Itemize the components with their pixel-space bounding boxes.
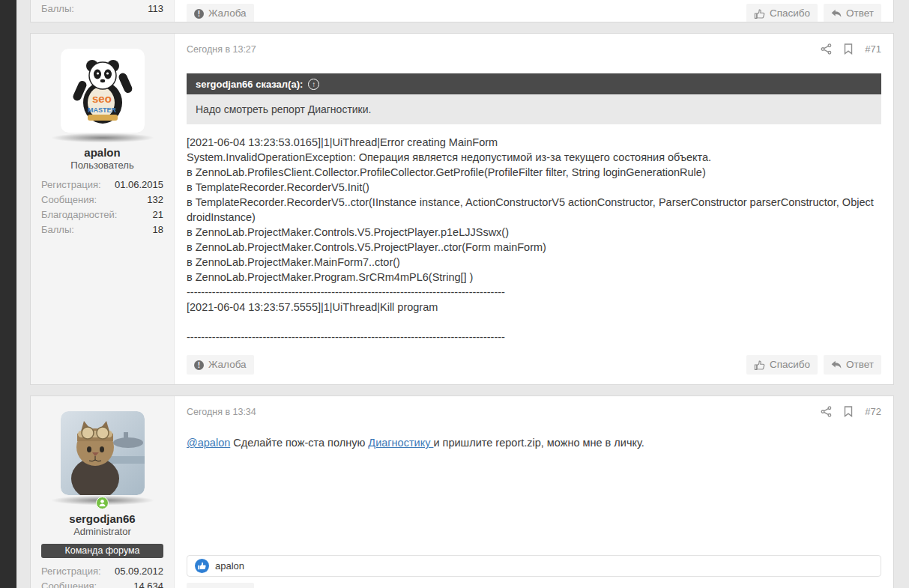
share-icon[interactable] — [821, 406, 832, 417]
reply-arrow-icon — [831, 360, 842, 369]
mention-link[interactable]: @apalon — [187, 437, 230, 449]
log-line: в TemplateRecorder.RecorderV5..ctor(IIns… — [187, 195, 881, 225]
report-icon: ! — [194, 9, 204, 19]
post-71-message-area: Сегодня в 13:27 #71 sergodjan66 сказал(а… — [175, 34, 893, 384]
stat-label: Сообщения: — [41, 193, 97, 207]
thread-posts: Баллы: 113 ! Жалоба Спасибо Ответ — [30, 0, 894, 588]
reply-button[interactable]: Ответ — [824, 4, 881, 22]
post-number-link[interactable]: #71 — [865, 43, 881, 55]
diagnostics-link[interactable]: Диагностику — [368, 437, 433, 449]
post-timestamp[interactable]: Сегодня в 13:34 — [187, 407, 256, 417]
svg-text:seo: seo — [92, 92, 112, 105]
body-text-segment: Сделайте пож-ста полную — [230, 437, 368, 449]
like-reaction-icon — [195, 559, 209, 573]
reactions-bar[interactable]: apalon — [187, 555, 881, 577]
log-line: [2021-06-04 13:23:57.5555]|1|UiThread|Ki… — [187, 300, 881, 315]
thanks-button[interactable]: Спасибо — [746, 355, 818, 375]
bookmark-icon[interactable] — [844, 43, 853, 55]
reply-label: Ответ — [846, 358, 874, 372]
post-71-header: Сегодня в 13:27 #71 — [187, 43, 881, 55]
quote-header[interactable]: sergodjan66 сказал(а): ↑ — [187, 73, 881, 94]
log-line: ----------------------------------------… — [187, 285, 881, 300]
log-line: в ZennoLab.ProjectMaker.MainForm7..ctor(… — [187, 255, 881, 270]
post-71-user-panel: seo MASTER apalon Пользователь Регистрац… — [31, 34, 175, 384]
stat-value: 132 — [147, 193, 163, 207]
body-text-segment: и пришлите report.zip, можно мне в личку… — [433, 437, 644, 449]
post-72-message-area: Сегодня в 13:34 #72 @apalon Сделайте пож… — [175, 396, 893, 588]
log-line: в ZennoLab.ProjectMaker.Controls.V5.Proj… — [187, 240, 881, 255]
quote-attribution: sergodjan66 сказал(а): — [196, 79, 303, 90]
avatar[interactable]: seo MASTER — [61, 49, 145, 133]
panda-avatar-image: seo MASTER — [61, 49, 145, 133]
stat-value: 14 634 — [133, 579, 163, 588]
stat-value: 21 — [153, 207, 163, 222]
log-line: ----------------------------------------… — [187, 330, 881, 345]
username-link[interactable]: sergodjan66 — [31, 512, 174, 526]
stat-row: Сообщения: 14 634 — [31, 579, 174, 588]
footer-actions: Спасибо Ответ — [746, 355, 881, 375]
log-line: в ZennoLab.ProjectMaker.Program.SrCRm4mP… — [187, 270, 881, 285]
log-line: System.InvalidOperationException: Операц… — [187, 150, 881, 165]
share-icon[interactable] — [821, 43, 832, 55]
post-71-footer: ! Жалоба Спасибо Ответ — [187, 355, 881, 375]
thumbs-up-icon — [754, 360, 765, 371]
avatar[interactable] — [61, 411, 145, 495]
stat-value: 05.09.2012 — [115, 564, 163, 579]
previous-post-user-panel: Баллы: 113 — [31, 0, 175, 22]
post-timestamp[interactable]: Сегодня в 13:27 — [187, 44, 256, 55]
log-line: [2021-06-04 13:23:53.0165]|1|UiThread|Er… — [187, 135, 881, 150]
thanks-label: Спасибо — [770, 7, 810, 20]
post-72: sergodjan66 Administrator Команда форума… — [30, 395, 894, 588]
user-title: Пользователь — [31, 160, 174, 172]
post-72-body-text: @apalon Сделайте пож-ста полную Диагност… — [187, 435, 881, 450]
post-72-header: Сегодня в 13:34 #72 — [187, 406, 881, 417]
post-header-icons: #71 — [821, 43, 881, 55]
report-button[interactable]: ! Жалоба — [187, 583, 254, 588]
post-header-icons: #72 — [821, 406, 881, 417]
post-71: seo MASTER apalon Пользователь Регистрац… — [30, 33, 894, 385]
report-icon: ! — [194, 360, 204, 370]
stat-row: Регистрация: 05.09.2012 — [31, 564, 174, 579]
report-button[interactable]: ! Жалоба — [187, 355, 254, 375]
reply-arrow-icon — [831, 9, 842, 18]
avatar-shadow — [46, 133, 159, 143]
report-label: Жалоба — [208, 7, 247, 20]
stat-label: Баллы: — [41, 1, 74, 16]
stat-value: 01.06.2015 — [115, 178, 163, 193]
cat-aviator-avatar-image — [61, 411, 145, 495]
stat-row: Баллы: 18 — [31, 222, 174, 237]
post-number-link[interactable]: #72 — [865, 406, 881, 417]
previous-post-message-area: ! Жалоба Спасибо Ответ — [175, 0, 893, 22]
svg-text:MASTER: MASTER — [88, 106, 117, 114]
footer-actions: Спасибо Ответ — [746, 4, 881, 22]
post-71-body-log: [2021-06-04 13:23:53.0165]|1|UiThread|Er… — [187, 135, 881, 345]
user-title: Administrator — [31, 526, 174, 538]
stat-label: Благодарностей: — [41, 207, 117, 222]
username-link[interactable]: apalon — [31, 146, 174, 160]
stat-row: Баллы: 113 — [31, 1, 174, 16]
bookmark-icon[interactable] — [844, 406, 853, 417]
go-to-quoted-post-icon[interactable]: ↑ — [308, 79, 319, 90]
log-line: в TemplateRecorder.RecorderV5.Init() — [187, 180, 881, 195]
quote-text: Надо смотреть репорт Диагностики. — [187, 94, 881, 124]
report-button[interactable]: ! Жалоба — [187, 4, 254, 22]
log-line: в ZennoLab.ProfilesClient.Collector.Prof… — [187, 165, 881, 180]
thanks-button[interactable]: Спасибо — [746, 4, 818, 22]
stat-value: 113 — [148, 1, 163, 16]
reply-label: Ответ — [846, 7, 874, 20]
report-label: Жалоба — [208, 358, 247, 372]
stat-row: Сообщения: 132 — [31, 193, 174, 207]
page-left-dark-strip — [0, 0, 16, 588]
quote-block: sergodjan66 сказал(а): ↑ Надо смотреть р… — [187, 73, 881, 124]
thumbs-up-icon — [754, 8, 765, 19]
post-72-footer: ! Жалоба — [187, 583, 881, 588]
stat-row: Регистрация: 01.06.2015 — [31, 178, 174, 193]
stat-label: Сообщения: — [41, 579, 97, 588]
stat-label: Регистрация: — [41, 564, 101, 579]
reply-button[interactable]: Ответ — [824, 355, 881, 375]
stat-value: 18 — [153, 222, 163, 237]
previous-post-partial: Баллы: 113 ! Жалоба Спасибо Ответ — [30, 0, 894, 22]
post-72-user-panel: sergodjan66 Administrator Команда форума… — [31, 396, 175, 588]
reaction-user-name[interactable]: apalon — [215, 560, 244, 572]
stat-label: Баллы: — [41, 222, 74, 237]
